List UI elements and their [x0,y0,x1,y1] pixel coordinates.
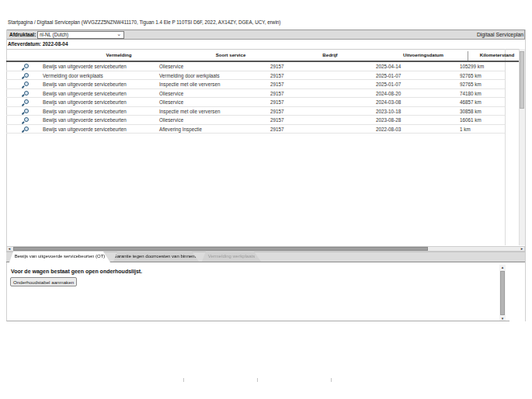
cell-uitvoeringsdatum: 2022-08-03 [376,125,401,134]
delivery-date-value: 2022-08-04 [43,41,68,47]
table-row: Bewijs van uitgevoerde servicebeurten Ol… [6,89,505,99]
language-select[interactable]: nl-NL (Dutch) ⌄ [37,31,124,39]
magnifier-icon[interactable] [22,117,29,124]
create-maintenance-table-button[interactable]: Onderhoudstabel aanmaken [10,277,77,286]
cell-soort-service: Olieservice [159,89,183,98]
cell-vermelding: Bewijs van uitgevoerde servicebeurten [43,98,127,106]
cell-soort-service: Inspectie met olie verversen [159,107,220,116]
cell-uitvoeringsdatum: 2023-10-18 [376,107,401,116]
cell-bedrijf: 29157 [270,116,284,124]
cell-vermelding: Bewijs van uitgevoerde servicebeurten [43,107,127,116]
table-row: Bewijs van uitgevoerde servicebeurten Af… [6,125,505,134]
cell-soort-service: Vermelding door werkplaats [159,71,220,80]
magnifier-icon[interactable] [22,90,29,97]
km-column-divider [505,49,506,245]
cell-bedrijf: 29157 [270,98,284,106]
cell-bedrijf: 29157 [270,62,284,71]
cell-kilometerstand: 105299 km [460,62,484,71]
cell-uitvoeringsdatum: 2025-01-07 [376,71,401,80]
language-select-value: nl-NL (Dutch) [40,32,68,37]
table-row: Bewijs van uitgevoerde servicebeurten Ol… [6,116,505,125]
cell-bedrijf: 29157 [270,125,284,134]
cell-vermelding: Vermelding door werkplaats [43,71,103,80]
breadcrumb: Startpagina / Digitaal Serviceplan (WVGZ… [8,19,280,25]
cell-soort-service: Olieservice [159,116,183,124]
cell-soort-service: Olieservice [159,62,183,71]
app-title: Digitaal Serviceplan [477,32,523,37]
cell-bedrijf: 29157 [270,71,284,80]
delivery-date: Afleverdatum: 2022-08-04 [8,41,68,47]
cell-vermelding: Bewijs van uitgevoerde servicebeurten [43,116,127,124]
magnifier-icon[interactable] [22,64,29,71]
cell-kilometerstand: 92765 km [460,71,482,80]
col-header-bedrijf: Bedrijf [287,52,373,57]
table-row: Bewijs van uitgevoerde servicebeurten In… [6,80,505,89]
delivery-date-label: Afleverdatum: [8,41,41,47]
col-header-soort-service: Soort service [188,52,273,57]
table-row: Bewijs van uitgevoerde servicebeurten In… [6,107,505,116]
chevron-down-icon: ⌄ [116,31,121,38]
cell-bedrijf: 29157 [270,80,284,88]
col-header-vermelding: Vermelding [76,52,162,57]
cell-kilometerstand: 1 km [460,125,471,134]
cell-kilometerstand: 30858 km [460,107,482,116]
panel-vertical-scrollbar-thumb[interactable] [500,271,505,315]
table-row: Bewijs van uitgevoerde servicebeurten Ol… [6,62,505,71]
tab-garantie-doorroesten[interactable]: Garantie tegen doorroesten van binnenuit [113,252,199,262]
arrow-right-icon[interactable]: ▸ [519,246,525,252]
arrow-up-icon[interactable]: ▴ [499,265,506,270]
cell-kilometerstand: 74180 km [460,89,482,98]
print-language-label: Afdruktaal: [9,32,36,37]
table-row: Vermelding door werkplaats Vermelding do… [6,71,505,81]
table-top-border [6,49,525,50]
table-row: Bewijs van uitgevoerde servicebeurten Ol… [6,98,505,107]
scan-crop-mark [257,378,258,382]
cell-bedrijf: 29157 [270,89,284,98]
magnifier-icon[interactable] [22,72,29,79]
scan-crop-mark [331,378,332,382]
tab-bewijs-servicebeurten[interactable]: Bewijs van uitgevoerde servicebeurten (O… [9,252,110,262]
cell-bedrijf: 29157 [270,107,284,116]
table-horizontal-scrollbar-thumb[interactable] [13,247,428,251]
cell-uitvoeringsdatum: 2025-01-07 [376,80,401,88]
cell-uitvoeringsdatum: 2025-04-14 [376,62,401,71]
cell-soort-service: Inspectie met olie verversen [159,80,220,88]
cell-kilometerstand: 16061 km [460,116,482,124]
no-open-maintenance-message: Voor de wagen bestaat geen open onderhou… [11,269,142,274]
cell-kilometerstand: 46857 km [460,98,482,106]
tab-vermelding-werkplaats[interactable]: Vermelding werkplaats [202,252,261,262]
cell-soort-service: Aflevering Inspectie [159,125,202,134]
cell-vermelding: Bewijs van uitgevoerde servicebeurten [43,62,127,71]
magnifier-icon[interactable] [22,126,29,133]
service-history-table: Bewijs van uitgevoerde servicebeurten Ol… [6,62,505,134]
magnifier-icon[interactable] [22,108,29,115]
magnifier-icon[interactable] [22,99,29,106]
magnifier-icon[interactable] [22,82,29,88]
table-vertical-scrollbar-thumb[interactable] [520,51,524,109]
arrow-down-icon[interactable]: ▾ [499,316,506,321]
cell-uitvoeringsdatum: 2024-03-08 [376,98,401,106]
cell-vermelding: Bewijs van uitgevoerde servicebeurten [43,125,127,134]
scan-crop-mark [183,378,184,382]
cell-uitvoeringsdatum: 2023-08-28 [376,116,401,124]
arrow-left-icon[interactable]: ◂ [6,246,12,252]
cell-vermelding: Bewijs van uitgevoerde servicebeurten [43,80,127,88]
cell-uitvoeringsdatum: 2024-08-20 [376,89,401,98]
cell-soort-service: Olieservice [159,98,183,106]
cell-kilometerstand: 92765 km [460,80,482,88]
col-header-uitvoeringsdatum: Uitvoeringsdatum [381,52,466,57]
cell-vermelding: Bewijs van uitgevoerde servicebeurten [43,89,127,98]
content-right-border [525,29,526,321]
